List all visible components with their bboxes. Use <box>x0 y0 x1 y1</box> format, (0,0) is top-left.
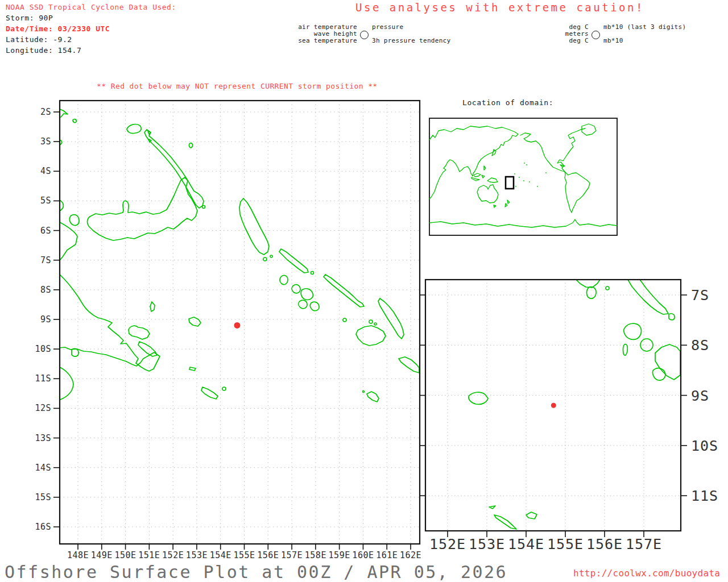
main-lat-tick-label: 12S <box>35 403 51 413</box>
coastline-zoom <box>655 344 680 380</box>
buoy-plot-page: NOAA SSD Tropical Cyclone Data Used: Sto… <box>0 0 728 582</box>
main-lon-tick-label: 159E <box>329 550 350 560</box>
coastline <box>69 215 79 226</box>
zoom-lon-tick-label: 155E <box>547 536 584 552</box>
main-lat-tick-label: 11S <box>35 373 51 384</box>
coastline <box>60 109 68 117</box>
main-map: 148E149E150E151E152E153E154E155E156E157E… <box>35 101 421 560</box>
zoom-lat-tick-label: 9S <box>691 388 709 404</box>
coastline-zoom <box>469 392 488 404</box>
coastline-zoom <box>576 280 600 288</box>
world-coastline <box>505 203 507 207</box>
main-lat-tick-label: 4S <box>40 166 51 176</box>
zoom-map: 152E153E154E155E156E157E7S8S9S10S11S <box>419 280 718 552</box>
world-coastline <box>482 175 485 178</box>
main-lat-tick-label: 13S <box>35 433 51 443</box>
coastline <box>356 326 386 346</box>
world-coastline <box>471 177 479 181</box>
zoom-lon-tick-label: 156E <box>586 536 623 552</box>
coastline-zoom <box>624 323 642 339</box>
world-coastline <box>507 200 510 203</box>
main-lat-tick-label: 15S <box>35 492 51 502</box>
zoom-lat-tick-label: 8S <box>691 337 709 354</box>
main-lat-tick-label: 9S <box>40 314 51 325</box>
world-coastline <box>429 126 518 199</box>
coastline-zoom <box>526 512 537 519</box>
small-island <box>311 272 314 275</box>
world-coastline <box>560 165 565 167</box>
zoom-lon-tick-label: 157E <box>626 536 662 552</box>
coastline-zoom <box>628 280 668 314</box>
world-coastline <box>477 185 498 203</box>
coastline <box>127 124 141 134</box>
coastline <box>73 119 76 123</box>
coastline <box>378 298 404 339</box>
zoom-lon-tick-label: 153E <box>469 536 505 552</box>
coastline <box>324 275 364 307</box>
world-coastline <box>474 173 481 177</box>
coastline <box>239 198 269 255</box>
inset-world-map <box>429 118 617 235</box>
small-island <box>343 318 346 322</box>
zoom-lat-tick-label: 11S <box>691 488 718 504</box>
main-lon-tick-label: 158E <box>305 550 326 560</box>
coastline <box>201 387 218 399</box>
coastline <box>150 302 155 311</box>
main-lon-tick-label: 149E <box>91 550 113 560</box>
coastline <box>279 249 308 273</box>
storm-dot-main <box>234 322 240 329</box>
small-island <box>222 387 226 390</box>
main-lat-tick-label: 5S <box>40 196 51 206</box>
main-lat-tick-label: 16S <box>35 522 51 532</box>
main-lat-tick-label: 8S <box>40 285 51 295</box>
small-island <box>374 323 377 325</box>
small-island <box>263 257 267 261</box>
main-lat-tick-label: 6S <box>40 226 51 236</box>
main-lon-tick-label: 155E <box>233 550 255 560</box>
main-lat-tick-label: 3S <box>40 136 51 147</box>
coastline <box>189 317 201 326</box>
coastline-zoom <box>623 344 627 356</box>
domain-rectangle <box>506 177 514 189</box>
main-lat-tick-label: 10S <box>35 344 51 354</box>
coastline <box>60 222 77 260</box>
world-coastline <box>582 124 596 135</box>
coastline <box>310 302 319 310</box>
zoom-lon-tick-label: 154E <box>508 536 544 552</box>
small-island <box>270 255 272 257</box>
main-lon-tick-label: 162E <box>400 550 421 560</box>
main-lat-tick-label: 7S <box>40 255 51 265</box>
main-lon-tick-label: 151E <box>138 550 160 560</box>
zoom-lon-tick-label: 152E <box>429 536 466 552</box>
main-lon-tick-label: 161E <box>376 550 398 560</box>
coastline-zoom <box>494 515 516 529</box>
coastline <box>280 276 288 285</box>
main-lon-tick-label: 153E <box>186 550 208 560</box>
coastline-zoom <box>669 314 675 320</box>
world-coastline <box>487 178 498 182</box>
main-lon-tick-label: 148E <box>67 550 89 560</box>
coastline <box>292 285 300 293</box>
coastline <box>189 143 193 148</box>
world-coastline <box>429 219 617 227</box>
world-coastline <box>565 172 590 213</box>
world-coastline <box>494 205 496 207</box>
small-island <box>202 206 205 209</box>
coastline <box>189 367 196 371</box>
main-lon-tick-label: 152E <box>162 550 184 560</box>
main-lat-tick-label: 14S <box>35 463 51 473</box>
coastline <box>88 177 197 240</box>
main-lon-tick-label: 156E <box>257 550 279 560</box>
coastline <box>129 326 150 339</box>
coastline <box>301 289 313 300</box>
coastline <box>399 357 419 373</box>
island-kolombangara <box>640 339 653 351</box>
world-coastline <box>520 133 565 172</box>
coastline-zoom <box>489 506 495 509</box>
main-lon-tick-label: 150E <box>115 550 136 560</box>
zoom-lat-tick-label: 10S <box>691 438 718 454</box>
small-island <box>369 320 373 323</box>
coastline-zoom <box>587 287 597 299</box>
main-lon-tick-label: 154E <box>210 550 231 560</box>
coastline <box>367 392 379 402</box>
